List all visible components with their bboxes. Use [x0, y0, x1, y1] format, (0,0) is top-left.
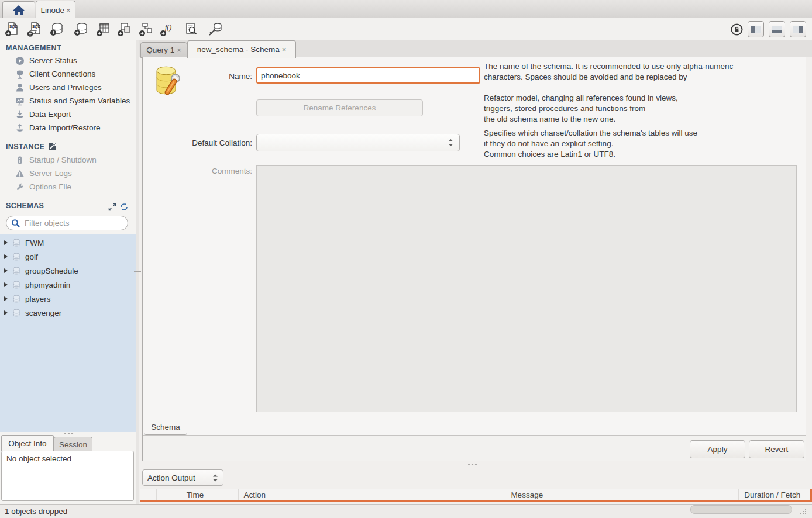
- schema-name: players: [25, 295, 51, 303]
- output-splitter-handle[interactable]: [468, 464, 470, 465]
- expander-icon[interactable]: [4, 282, 8, 287]
- create-new-function-icon[interactable]: f(): [159, 21, 176, 37]
- schema-name: scavenger: [25, 309, 61, 317]
- editor-footer: Apply Revert: [143, 435, 806, 461]
- expander-icon[interactable]: [4, 254, 8, 259]
- button-label: Rename References: [304, 103, 376, 112]
- new-sql-editor-icon[interactable]: SQL: [4, 21, 21, 37]
- revert-button[interactable]: Revert: [749, 440, 804, 458]
- open-sql-script-icon[interactable]: SQL: [26, 21, 43, 37]
- sidebar-item-options-file[interactable]: Options File: [0, 180, 136, 194]
- refresh-schemas-icon[interactable]: [120, 203, 128, 211]
- rename-references-button[interactable]: Rename References: [256, 99, 423, 116]
- sidebar-item-client-connections[interactable]: Client Connections: [0, 67, 136, 81]
- comments-textarea[interactable]: [256, 165, 797, 412]
- tab-session[interactable]: Session: [54, 437, 92, 451]
- schemas-section-title: SCHEMAS: [6, 202, 44, 210]
- database-info-icon[interactable]: [48, 21, 66, 37]
- svg-text:SQL: SQL: [9, 25, 17, 29]
- schema-row-phpmyadmin[interactable]: phpmyadmin: [0, 278, 136, 292]
- expander-icon[interactable]: [4, 296, 8, 301]
- default-collation-select[interactable]: [256, 134, 460, 151]
- toggle-right-panel-icon[interactable]: [790, 21, 806, 37]
- expander-icon[interactable]: [4, 310, 8, 315]
- text-caret: [301, 71, 301, 80]
- schema-name: groupSchedule: [25, 267, 78, 275]
- button-label: Apply: [708, 445, 728, 454]
- column-header-time[interactable]: Time: [181, 489, 239, 500]
- close-icon[interactable]: ×: [66, 6, 71, 14]
- data-import-icon: [15, 123, 25, 133]
- column-header-action[interactable]: Action: [239, 489, 506, 500]
- horizontal-scrollbar-thumb[interactable]: [690, 505, 792, 514]
- action-output-selector[interactable]: Action Output: [142, 469, 223, 486]
- schema-name-input[interactable]: phonebook: [256, 67, 480, 84]
- schema-row-players[interactable]: players: [0, 292, 136, 306]
- tab-schema-bottom[interactable]: Schema: [144, 419, 187, 435]
- mysql-workbench-window: Linode × SQL SQL f() MANAGE: [0, 0, 812, 518]
- column-header[interactable]: [140, 489, 157, 500]
- svg-text:SQL: SQL: [32, 25, 40, 29]
- object-info-panel: No object selected: [1, 451, 134, 501]
- sidebar-item-system-variables[interactable]: Status and System Variables: [0, 94, 136, 108]
- window-resize-grip[interactable]: [800, 513, 801, 514]
- tab-label: Query 1: [146, 46, 174, 54]
- create-new-view-icon[interactable]: [116, 21, 133, 37]
- expand-schemas-icon[interactable]: [108, 203, 116, 211]
- schema-icon: [12, 295, 20, 303]
- selector-label: Action Output: [147, 474, 195, 482]
- connection-tab[interactable]: Linode ×: [36, 1, 75, 19]
- column-header-message[interactable]: Message: [505, 489, 739, 500]
- options-file-icon: [15, 182, 25, 192]
- home-tab[interactable]: [2, 1, 35, 18]
- tab-object-info[interactable]: Object Info: [1, 435, 54, 451]
- expander-icon[interactable]: [4, 268, 8, 273]
- column-header-duration[interactable]: Duration / Fetch: [739, 489, 810, 500]
- sidebar-item-label: Startup / Shutdown: [29, 156, 97, 164]
- tab-query-1[interactable]: Query 1 ×: [140, 42, 187, 58]
- schema-row-golf[interactable]: golf: [0, 250, 136, 264]
- tab-label: Schema: [151, 423, 180, 431]
- create-new-table-icon[interactable]: [95, 21, 112, 37]
- schema-edit-icon: [153, 64, 181, 98]
- sidebar-main-splitter[interactable]: [136, 40, 139, 504]
- schema-row-groupschedule[interactable]: groupSchedule: [0, 264, 136, 278]
- toggle-bottom-panel-icon[interactable]: [769, 21, 785, 37]
- sidebar-item-label: Data Import/Restore: [29, 123, 101, 132]
- column-header[interactable]: [157, 489, 181, 500]
- schema-filter-box[interactable]: [6, 216, 128, 230]
- toggle-left-panel-icon[interactable]: [748, 21, 764, 37]
- sidebar-item-label: Status and System Variables: [29, 96, 130, 105]
- lock-circle-icon[interactable]: [731, 23, 743, 36]
- schema-icon: [12, 239, 20, 247]
- reconnect-to-server-icon[interactable]: [207, 21, 224, 37]
- apply-button[interactable]: Apply: [690, 440, 745, 458]
- sidebar-splitter-handle[interactable]: [64, 433, 66, 434]
- schema-row-fwm[interactable]: FWM: [0, 236, 136, 250]
- sidebar-item-startup-shutdown[interactable]: Startup / Shutdown: [0, 153, 136, 167]
- tab-label: new_schema - Schema: [197, 45, 280, 54]
- create-new-procedure-icon[interactable]: [137, 21, 155, 37]
- tab-label: Object Info: [8, 439, 46, 448]
- close-icon[interactable]: ×: [177, 46, 181, 54]
- expander-icon[interactable]: [4, 240, 8, 245]
- schema-name: golf: [25, 253, 38, 261]
- default-collation-label: Default Collation:: [166, 139, 252, 147]
- create-new-schema-icon[interactable]: [73, 21, 90, 37]
- sidebar-item-server-logs[interactable]: Server Logs: [0, 167, 136, 180]
- sidebar-item-data-import[interactable]: Data Import/Restore: [0, 121, 136, 134]
- svg-text:f(): f(): [165, 23, 171, 32]
- schema-name: phpmyadmin: [25, 281, 70, 289]
- search-table-data-icon[interactable]: [182, 21, 199, 37]
- tab-new-schema[interactable]: new_schema - Schema ×: [187, 40, 296, 58]
- splitter-grip: [134, 268, 141, 268]
- sidebar-item-server-status[interactable]: Server Status: [0, 54, 136, 67]
- management-section-title: MANAGEMENT: [6, 44, 61, 52]
- schema-row-scavenger[interactable]: scavenger: [0, 306, 136, 320]
- schema-editor-panel: Name: phonebook The name of the schema. …: [142, 57, 806, 461]
- sidebar-item-users-privileges[interactable]: Users and Privileges: [0, 81, 136, 94]
- close-icon[interactable]: ×: [282, 46, 287, 53]
- sidebar-item-data-export[interactable]: Data Export: [0, 108, 136, 121]
- schema-filter-input[interactable]: [23, 218, 113, 228]
- sidebar-item-label: Client Connections: [29, 70, 95, 78]
